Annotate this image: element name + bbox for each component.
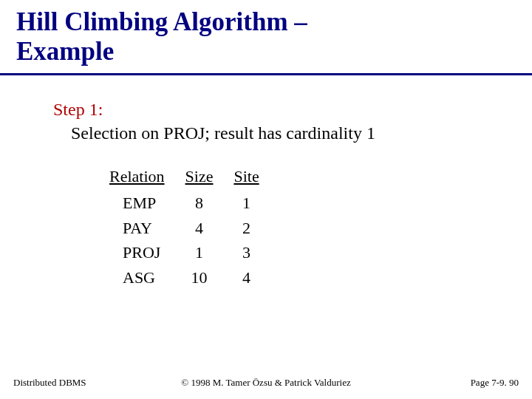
- step-description: Selection on PROJ; result has cardinalit…: [53, 121, 502, 145]
- footer-center: © 1998 M. Tamer Özsu & Patrick Valduriez: [0, 377, 532, 389]
- cell-relation: PAY: [109, 216, 185, 241]
- col-relation: Relation: [109, 166, 185, 191]
- relation-table-wrap: Relation Size Site EMP 8 1 PAY 4 2 PROJ …: [109, 166, 502, 290]
- cell-site: 3: [233, 240, 279, 265]
- col-site: Site: [233, 166, 279, 191]
- cell-site: 2: [233, 216, 279, 241]
- step-label: Step 1:: [53, 98, 502, 121]
- cell-site: 1: [233, 191, 279, 216]
- table-row: EMP 8 1: [109, 191, 280, 216]
- cell-relation: PROJ: [109, 240, 185, 265]
- cell-size: 4: [185, 216, 234, 241]
- title-line-2: Example: [16, 37, 114, 66]
- table-row: ASG 10 4: [109, 265, 280, 290]
- slide: Hill Climbing Algorithm – Example Step 1…: [0, 0, 532, 399]
- cell-size: 10: [185, 265, 234, 290]
- cell-relation: ASG: [109, 265, 185, 290]
- cell-size: 8: [185, 191, 234, 216]
- table-row: PAY 4 2: [109, 216, 280, 241]
- footer-right: Page 7-9. 90: [471, 377, 519, 389]
- col-size: Size: [185, 166, 234, 191]
- relation-table: Relation Size Site EMP 8 1 PAY 4 2 PROJ …: [109, 166, 280, 290]
- table-row: PROJ 1 3: [109, 240, 280, 265]
- title-line-1: Hill Climbing Algorithm –: [16, 7, 307, 36]
- cell-site: 4: [233, 265, 279, 290]
- cell-size: 1: [185, 240, 234, 265]
- cell-relation: EMP: [109, 191, 185, 216]
- slide-title: Hill Climbing Algorithm – Example: [0, 0, 532, 67]
- slide-body: Step 1: Selection on PROJ; result has ca…: [0, 75, 532, 290]
- table-header-row: Relation Size Site: [109, 166, 280, 191]
